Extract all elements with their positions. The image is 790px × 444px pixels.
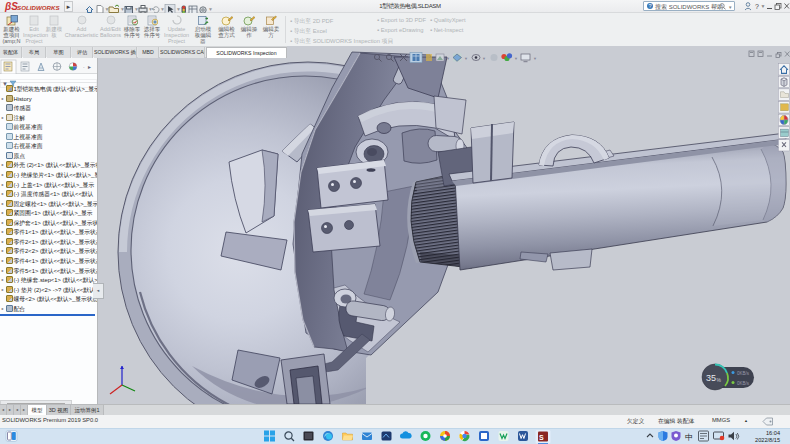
svg-text:▼: ▼ (446, 56, 450, 61)
svg-text:▼: ▼ (728, 5, 732, 10)
svg-text:▼: ▼ (482, 56, 486, 61)
svg-text:▼: ▼ (148, 6, 153, 12)
svg-text:?: ? (755, 3, 759, 10)
svg-text:▼: ▼ (464, 56, 468, 61)
svg-text:2022/8/15: 2022/8/15 (755, 437, 780, 443)
svg-text:▼: ▼ (176, 6, 181, 12)
svg-text:S: S (539, 434, 544, 441)
svg-text:▼: ▼ (160, 6, 165, 12)
svg-text:▼: ▼ (208, 6, 213, 12)
svg-text:0KB/s: 0KB/s (737, 371, 750, 376)
svg-text:?: ? (649, 3, 652, 9)
svg-text:▼: ▼ (514, 56, 518, 61)
svg-text:SOLIDWORKS: SOLIDWORKS (17, 4, 60, 11)
svg-text:▼: ▼ (134, 6, 139, 12)
svg-text:16:04: 16:04 (766, 430, 780, 436)
svg-text:▼: ▼ (761, 3, 766, 9)
svg-text:搜索 SOLIDWORKS 帮助: 搜索 SOLIDWORKS 帮助 (655, 3, 723, 11)
svg-text:0KB/s: 0KB/s (737, 381, 750, 386)
svg-text:中: 中 (685, 433, 693, 442)
svg-text:►: ► (87, 64, 92, 70)
svg-text:%: % (717, 377, 722, 383)
svg-text:35: 35 (706, 373, 716, 383)
svg-text:·: · (83, 64, 85, 70)
svg-text:▼: ▼ (533, 56, 537, 61)
svg-text:▼: ▼ (120, 6, 125, 12)
